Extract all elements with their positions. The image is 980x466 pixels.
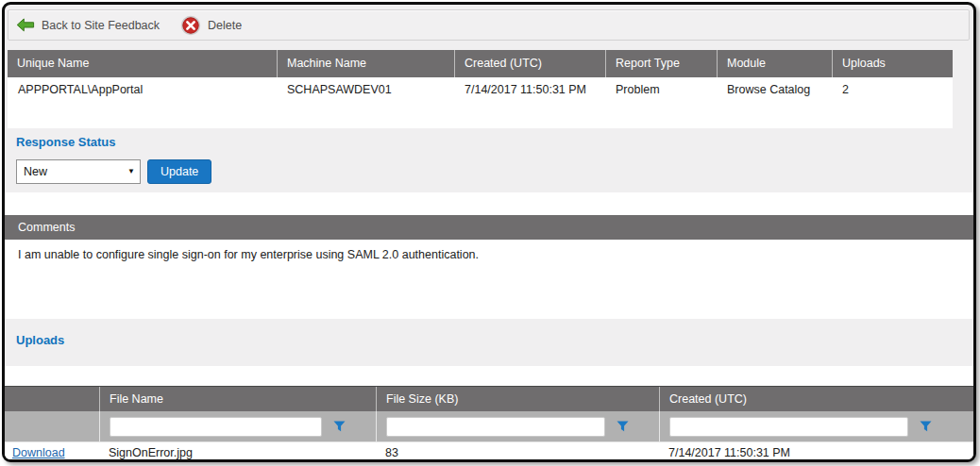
- uploads-table-header: File Name File Size (KB) Created (UTC): [5, 386, 973, 411]
- filter-cell-blank: [5, 411, 99, 441]
- column-header-upload-created: Created (UTC): [659, 387, 973, 411]
- download-cell: Download: [5, 446, 99, 459]
- comment-text: I am unable to configure single sign-on …: [18, 248, 479, 261]
- app-window: Back to Site Feedback Delete Uni: [2, 2, 976, 462]
- spacer: [5, 192, 973, 215]
- report-table-header: Unique Name Machine Name Created (UTC) R…: [8, 50, 953, 77]
- column-header-actions: [5, 387, 99, 411]
- filter-cell-file-name: [99, 411, 376, 441]
- file-name-filter-input[interactable]: [110, 417, 322, 437]
- file-size-filter-funnel-icon[interactable]: [605, 421, 639, 432]
- screenshot: Back to Site Feedback Delete Uni: [0, 0, 980, 466]
- report-table-body: APPPORTAL\AppPortal SCHAPSAWDEV01 7/14/2…: [8, 77, 953, 128]
- response-status-section: Response Status New ▼ Update: [5, 128, 973, 192]
- unique-name-value: APPPORTAL\AppPortal: [8, 83, 277, 96]
- created-filter-funnel-icon[interactable]: [908, 421, 942, 432]
- uploads-count-value: 2: [832, 83, 953, 96]
- comments-body: I am unable to configure single sign-on …: [5, 240, 973, 319]
- column-header-module: Module: [717, 50, 832, 77]
- column-header-file-size: File Size (KB): [376, 387, 659, 411]
- response-status-selected-value: New: [24, 165, 47, 178]
- file-name-filter-funnel-icon[interactable]: [322, 421, 356, 432]
- created-filter-input[interactable]: [669, 417, 908, 437]
- update-button[interactable]: Update: [147, 159, 211, 184]
- delete-icon: [180, 15, 201, 36]
- created-value: 7/14/2017 11:50:31 PM: [454, 83, 605, 96]
- response-status-select[interactable]: New ▼: [16, 159, 141, 184]
- filter-cell-created: [659, 411, 973, 441]
- column-header-uploads: Uploads: [832, 50, 953, 77]
- uploads-section: Uploads: [5, 319, 973, 366]
- spacer: [5, 366, 973, 386]
- file-size-value: 83: [376, 446, 659, 459]
- column-header-file-name: File Name: [99, 387, 376, 411]
- machine-name-value: SCHAPSAWDEV01: [277, 83, 454, 96]
- module-value: Browse Catalog: [717, 83, 832, 96]
- delete-button-label: Delete: [208, 19, 242, 32]
- response-status-label: Response Status: [16, 135, 973, 149]
- toolbar: Back to Site Feedback Delete: [8, 9, 970, 41]
- column-header-report-type: Report Type: [605, 50, 717, 77]
- column-header-unique-name: Unique Name: [8, 50, 277, 77]
- toolbar-zone: Back to Site Feedback Delete: [5, 9, 973, 50]
- upload-created-value: 7/14/2017 11:50:31 PM: [659, 446, 973, 459]
- uploads-table: File Name File Size (KB) Created (UTC): [5, 386, 973, 462]
- feedback-report-table: Unique Name Machine Name Created (UTC) R…: [8, 50, 953, 128]
- column-header-created: Created (UTC): [454, 50, 605, 77]
- back-arrow-icon: [16, 18, 35, 32]
- download-link[interactable]: Download: [5, 446, 65, 459]
- report-type-value: Problem: [605, 83, 717, 96]
- back-to-site-feedback-button[interactable]: Back to Site Feedback: [16, 18, 160, 32]
- column-header-machine-name: Machine Name: [277, 50, 454, 77]
- comments-header: Comments: [5, 215, 973, 240]
- report-table-row: APPPORTAL\AppPortal SCHAPSAWDEV01 7/14/2…: [8, 77, 953, 102]
- delete-button[interactable]: Delete: [180, 15, 242, 36]
- file-size-filter-input[interactable]: [386, 417, 605, 437]
- uploads-filter-row: [5, 411, 973, 441]
- back-button-label: Back to Site Feedback: [42, 19, 160, 32]
- upload-row: Download SignOnError.jpg 83 7/14/2017 11…: [5, 441, 973, 462]
- file-name-value: SignOnError.jpg: [99, 446, 376, 459]
- uploads-heading: Uploads: [16, 333, 973, 347]
- filter-cell-file-size: [376, 411, 659, 441]
- chevron-down-icon: ▼: [127, 168, 135, 175]
- response-status-controls: New ▼ Update: [16, 159, 973, 184]
